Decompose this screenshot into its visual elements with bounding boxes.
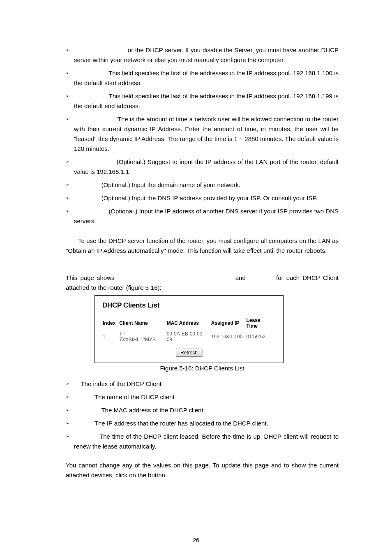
list-item: ➢ The is the amount of time a network us…: [66, 114, 339, 154]
col-assigned-ip: Assigned IP: [211, 317, 246, 331]
cell-client-name: TP-7XXSIHL12MYS: [119, 331, 166, 343]
list-item: ➢ (Optional.) Input the DNS IP address p…: [66, 193, 339, 203]
figure-title: DHCP Clients List: [102, 301, 276, 310]
bullet-text: The MAC address of the DHCP client: [74, 405, 339, 415]
dhcp-client-fields-list: ➢ The index of the DHCP Client➢ The name…: [66, 379, 339, 451]
bullet-text: The index of the DHCP Client: [74, 379, 339, 389]
bullet-text: (Optional.) Suggest to input the IP addr…: [74, 157, 339, 177]
intro-text-b: and: [235, 274, 249, 281]
cell-mac-address: 00-0A-EB-00-00-08: [166, 331, 211, 343]
bullet-text: This field specifies the first of the ad…: [74, 68, 339, 88]
client-list-intro: This page shows and for each DHCP Client…: [66, 273, 339, 293]
bullet-text: The name of the DHCP client: [74, 392, 339, 402]
bullet-icon: ➢: [66, 157, 74, 166]
dhcp-clients-figure: DHCP Clients List Index Client Name MAC …: [95, 295, 284, 363]
bullet-text: The time of the DHCP client leased. Befo…: [74, 432, 339, 451]
bullet-icon: ➢: [66, 68, 74, 77]
list-item: ➢ The time of the DHCP client leased. Be…: [66, 432, 339, 451]
dhcp-clients-table: Index Client Name MAC Address Assigned I…: [102, 317, 276, 343]
figure-caption: Figure 5-16: DHCP Clients List: [66, 365, 339, 372]
table-header-row: Index Client Name MAC Address Assigned I…: [102, 317, 276, 331]
list-item: ➢ (Optional.) Suggest to input the IP ad…: [66, 157, 339, 177]
bullet-icon: ➢: [66, 91, 74, 100]
bullet-icon: ➢: [66, 180, 74, 189]
list-item: ➢ This field specifies the last of the a…: [66, 91, 339, 111]
bullet-icon: ➢: [66, 379, 74, 388]
refresh-button[interactable]: Refresh: [176, 349, 202, 357]
bullet-icon: ➢: [66, 193, 74, 202]
cell-index: 1: [102, 331, 119, 343]
bullet-icon: ➢: [66, 114, 74, 123]
list-item: ➢ The index of the DHCP Client: [66, 379, 339, 389]
closing-note: You cannot change any of the values on t…: [66, 460, 339, 480]
page-number: 26: [0, 537, 392, 543]
bullet-icon: ➢: [66, 419, 74, 428]
bullet-icon: ➢: [66, 45, 74, 54]
table-row: 1 TP-7XXSIHL12MYS 00-0A-EB-00-00-08 192.…: [102, 331, 276, 343]
bullet-text: or the DHCP server. If you disable the S…: [74, 45, 339, 65]
col-lease-time: Lease Time: [246, 317, 276, 331]
bullet-text: (Optional.) Input the IP address of anot…: [74, 206, 339, 226]
col-client-name: Client Name: [119, 317, 166, 331]
intro-text-a: This page shows: [66, 274, 118, 281]
list-item: ➢ or the DHCP server. If you disable the…: [66, 45, 339, 65]
bullet-icon: ➢: [66, 432, 74, 441]
bullet-text: The is the amount of time a network user…: [74, 114, 339, 154]
list-item: ➢ (Optional.) Input the domain name of y…: [66, 180, 339, 190]
dhcp-server-note: To use the DHCP server function of the r…: [66, 236, 339, 256]
bullet-text: This field specifies the last of the add…: [74, 91, 339, 111]
list-item: ➢ (Optional.) Input the IP address of an…: [66, 206, 339, 226]
col-index: Index: [102, 317, 119, 331]
bullet-text: (Optional.) Input the DNS IP address pro…: [74, 193, 339, 203]
bullet-icon: ➢: [66, 206, 74, 215]
bullet-text: (Optional.) Input the domain name of you…: [74, 180, 339, 190]
list-item: ➢ The name of the DHCP client: [66, 392, 339, 402]
cell-assigned-ip: 192.168.1.100: [211, 331, 246, 343]
bullet-icon: ➢: [66, 392, 74, 401]
list-item: ➢ The IP address that the router has all…: [66, 419, 339, 428]
col-mac-address: MAC Address: [166, 317, 211, 331]
bullet-text: The IP address that the router has alloc…: [74, 419, 339, 428]
list-item: ➢ This field specifies the first of the …: [66, 68, 339, 88]
cell-lease-time: 01:59:52: [246, 331, 276, 343]
dhcp-server-options-list: ➢ or the DHCP server. If you disable the…: [66, 45, 339, 226]
list-item: ➢ The MAC address of the DHCP client: [66, 405, 339, 415]
bullet-icon: ➢: [66, 405, 74, 414]
